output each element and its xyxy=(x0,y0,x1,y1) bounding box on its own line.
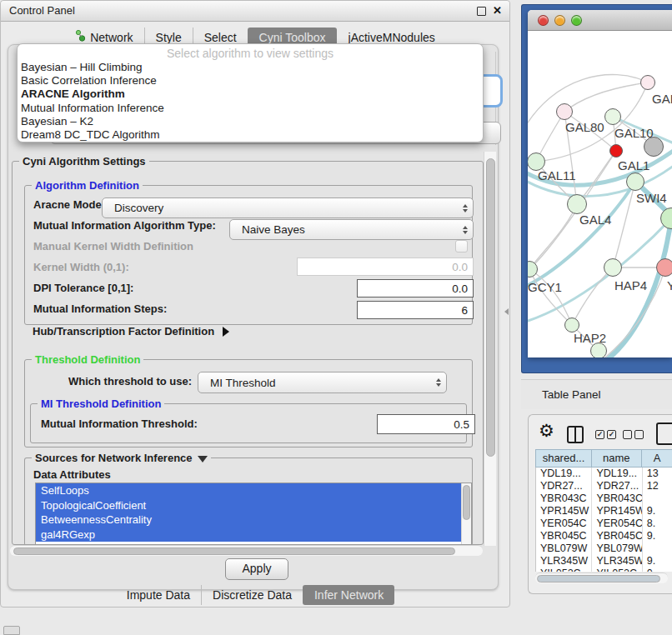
mac-zoom-button[interactable] xyxy=(571,15,582,26)
mi-threshold-input[interactable]: 0.5 xyxy=(377,414,475,434)
table-cell: YBR045C xyxy=(592,530,642,542)
network-node[interactable] xyxy=(609,144,623,158)
table-horizontal-scrollbar-thumb[interactable] xyxy=(537,575,660,582)
gear-icon[interactable]: ⚙ xyxy=(539,421,554,441)
algorithm-dropdown[interactable]: Select algorithm to view settings Bayesi… xyxy=(17,43,484,142)
network-edge xyxy=(529,204,577,269)
collapsed-panel-icon[interactable] xyxy=(3,626,20,635)
sources-group-toggle[interactable]: Sources for Network Inference xyxy=(32,452,211,464)
network-window: GALGAL80GAL10GAL1GAL11SWI4GAL4GCY1HAP4YH… xyxy=(528,10,672,358)
algorithm-option-basic-correlation-inference[interactable]: Basic Correlation Inference xyxy=(18,74,483,88)
table-cell: YDL19... xyxy=(536,468,592,480)
network-node[interactable] xyxy=(556,103,573,120)
table-cell: YBL079W xyxy=(536,542,592,555)
node-label-hap4: HAP4 xyxy=(614,278,647,292)
network-window-titlebar[interactable] xyxy=(528,10,672,31)
table-row[interactable]: YER054CYER054C8. xyxy=(536,518,672,530)
settings-horizontal-scrollbar-thumb[interactable] xyxy=(13,548,455,555)
mi-steps-input[interactable]: 6 xyxy=(357,301,474,319)
control-panel-title: Control Panel xyxy=(9,1,75,21)
table-row[interactable]: YPR145WYPR145W9. xyxy=(536,505,672,518)
node-table: shared...nameA YDL19...YDL19...13YDR27..… xyxy=(535,449,672,572)
algorithm-definition-group: Algorithm Definition Aracne Mode: Discov… xyxy=(24,185,473,325)
table-cell: 13 xyxy=(643,468,672,480)
network-node[interactable] xyxy=(656,258,672,277)
deselect-all-icon[interactable] xyxy=(623,430,644,439)
which-threshold-label: Which threshold to use: xyxy=(68,375,192,388)
node-label-gal1: GAL1 xyxy=(618,158,649,172)
table-row[interactable]: YIL052CYIL052C0. xyxy=(536,568,672,572)
close-icon[interactable]: ✕ xyxy=(493,1,502,21)
bottom-tab-impute-data[interactable]: Impute Data xyxy=(116,585,201,605)
attribute-item-betweennesscentrality[interactable]: BetweennessCentrality xyxy=(36,512,465,528)
attribute-item-selfloops[interactable]: SelfLoops xyxy=(36,483,465,498)
table-row[interactable]: YDR27...YDR27...12 xyxy=(536,480,672,492)
dpi-tolerance-value: 0.0 xyxy=(452,282,468,295)
table-horizontal-scrollbar[interactable] xyxy=(535,572,668,583)
algorithm-option-bayesian-k2[interactable]: Bayesian – K2 xyxy=(18,115,483,128)
list-scrollbar[interactable] xyxy=(461,483,471,544)
float-window-icon[interactable] xyxy=(477,7,486,16)
bottom-tab-impute-data-label: Impute Data xyxy=(127,585,190,605)
settings-vertical-scrollbar-thumb[interactable] xyxy=(486,158,495,457)
attribute-item-topologicalcoefficient[interactable]: TopologicalCoefficient xyxy=(36,498,465,513)
table-row[interactable]: YBR043CYBR043C xyxy=(536,492,672,505)
algorithm-option-aracne-algorithm[interactable]: ARACNE Algorithm xyxy=(18,88,483,101)
network-node[interactable] xyxy=(604,258,622,277)
split-columns-icon[interactable] xyxy=(567,426,584,443)
threshold-definition-group: Threshold Definition Which threshold to … xyxy=(24,359,473,448)
table-row[interactable]: YDL19...YDL19...13 xyxy=(536,468,672,480)
kernel-width-value: 0.0 xyxy=(452,261,468,273)
table-row[interactable]: YLR345WYLR345W9. xyxy=(536,555,672,568)
network-node[interactable] xyxy=(604,108,621,125)
network-node[interactable] xyxy=(640,75,655,90)
which-threshold-combo[interactable]: MI Threshold xyxy=(198,372,447,393)
aracne-mode-combo[interactable]: Discovery xyxy=(102,198,474,218)
settings-vertical-scrollbar[interactable] xyxy=(484,152,496,546)
data-attributes-label: Data Attributes xyxy=(33,468,111,481)
attribute-item-gal4rgexp[interactable]: gal4RGexp xyxy=(36,528,465,542)
algorithm-option-list: Bayesian – Hill ClimbingBasic Correlatio… xyxy=(18,61,483,142)
algorithm-option-dream8-dc-tdc-algorithm[interactable]: Dream8 DC_TDC Algorithm xyxy=(18,128,483,142)
dpi-tolerance-input[interactable]: 0.0 xyxy=(357,279,474,298)
splitter-handle-icon[interactable] xyxy=(504,308,509,315)
mac-minimize-button[interactable] xyxy=(554,15,565,26)
table-row[interactable]: YBR045CYBR045C9. xyxy=(536,530,672,542)
list-scrollbar-thumb[interactable] xyxy=(463,485,470,520)
column-header-a[interactable]: A xyxy=(642,450,672,467)
aracne-mode-label: Aracne Mode: xyxy=(33,198,105,211)
document-icon[interactable] xyxy=(656,422,672,445)
kernel-width-input[interactable]: 0.0 xyxy=(297,258,474,276)
table-cell: YBR045C xyxy=(536,530,592,542)
column-header-shared-[interactable]: shared... xyxy=(536,450,592,467)
algorithm-definition-title: Algorithm Definition xyxy=(32,179,143,192)
table-cell xyxy=(643,492,672,505)
stepper-icon xyxy=(463,226,468,234)
mi-threshold-group: MI Threshold Definition Mutual Informati… xyxy=(30,403,467,443)
hub-section-toggle[interactable]: Hub/Transcription Factor Definition xyxy=(33,325,229,338)
mac-close-button[interactable] xyxy=(538,15,549,26)
table-cell: 8. xyxy=(643,518,672,530)
settings-horizontal-scrollbar[interactable] xyxy=(10,545,483,556)
algorithm-option-mutual-information-inference[interactable]: Mutual Information Inference xyxy=(18,102,483,115)
column-header-name[interactable]: name xyxy=(592,450,642,467)
mi-steps-label: Mutual Information Steps: xyxy=(33,302,167,315)
bottom-tab-discretize-data-label: Discretize Data xyxy=(213,585,292,605)
mi-type-combo[interactable]: Naive Bayes xyxy=(229,219,474,240)
mi-threshold-value: 0.5 xyxy=(454,418,469,431)
bottom-tab-discretize-data[interactable]: Discretize Data xyxy=(201,585,303,605)
select-all-icon[interactable]: ✓ ✓ xyxy=(595,430,616,439)
manual-kernel-checkbox[interactable] xyxy=(455,240,468,252)
apply-button[interactable]: Apply xyxy=(225,558,288,580)
network-node[interactable] xyxy=(626,172,644,191)
bottom-tab-infer-network[interactable]: Infer Network xyxy=(303,585,394,605)
algorithm-option-bayesian-hill-climbing[interactable]: Bayesian – Hill Climbing xyxy=(18,61,483,74)
network-node[interactable] xyxy=(567,194,587,214)
table-row[interactable]: YBL079WYBL079W xyxy=(536,542,672,555)
mi-steps-value: 6 xyxy=(461,304,468,317)
network-canvas[interactable]: GALGAL80GAL10GAL1GAL11SWI4GAL4GCY1HAP4YH… xyxy=(528,31,672,358)
table-cell: YER054C xyxy=(592,518,642,530)
data-attributes-list[interactable]: SelfLoopsTopologicalCoefficientBetweenne… xyxy=(35,482,472,545)
node-label-gal11: GAL11 xyxy=(538,168,576,182)
table-cell xyxy=(643,542,672,555)
